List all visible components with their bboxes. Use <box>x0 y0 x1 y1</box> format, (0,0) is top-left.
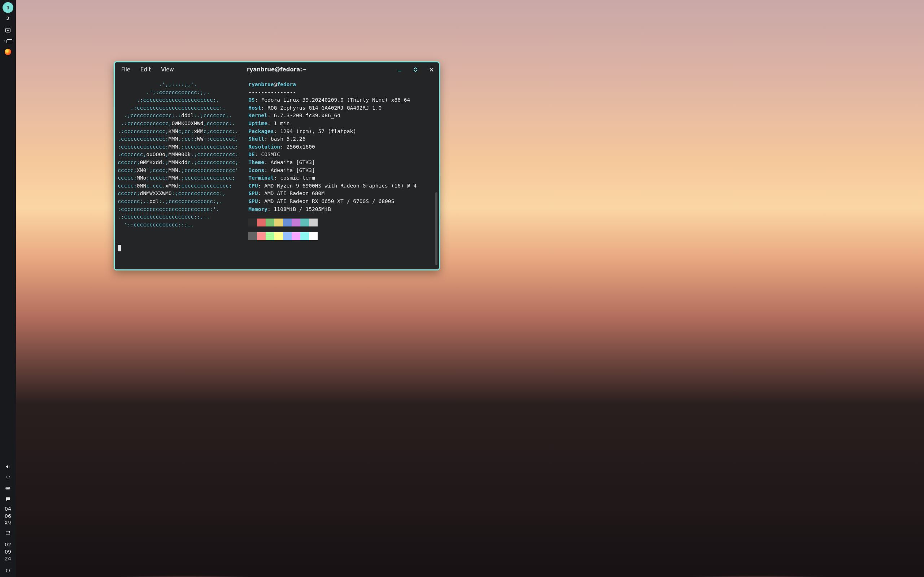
workspace-2[interactable]: 2 <box>3 13 13 24</box>
neofetch-row: Host: ROG Zephyrus G14 GA402RJ_GA402RJ 1… <box>248 104 417 112</box>
menu-file[interactable]: File <box>121 66 130 73</box>
neofetch-row: Memory: 1108MiB / 15205MiB <box>248 205 417 213</box>
neofetch-row: DE: COSMIC <box>248 150 417 158</box>
terminal-scrollbar[interactable] <box>435 192 438 265</box>
neofetch-row: Resolution: 2560x1600 <box>248 143 417 151</box>
date-year: 24 <box>5 555 11 562</box>
clock-hour: 04 <box>4 506 12 513</box>
keyboard-indicator-icon[interactable]: • <box>3 37 12 45</box>
neofetch-color-swatches <box>248 219 417 240</box>
svg-rect-3 <box>6 488 9 489</box>
neofetch-userhost: ryanbrue@fedora <box>248 81 417 89</box>
neofetch-row: OS: Fedora Linux 39.20240209.0 (Thirty N… <box>248 96 417 104</box>
panel-clock[interactable]: 04 06 PM <box>4 506 12 527</box>
battery-icon[interactable] <box>3 484 12 493</box>
date-day: 09 <box>5 548 11 556</box>
menu-view[interactable]: View <box>161 66 174 73</box>
neofetch-row: Uptime: 1 min <box>248 119 417 127</box>
firefox-icon[interactable] <box>3 48 12 56</box>
neofetch-separator: --------------- <box>248 89 417 96</box>
neofetch-row: GPU: AMD ATI Radeon 680M <box>248 189 417 197</box>
clock-minute: 06 <box>4 513 12 520</box>
wifi-icon[interactable] <box>3 473 12 482</box>
power-icon[interactable] <box>3 566 12 575</box>
terminal-titlebar[interactable]: File Edit View ryanbrue@fedora:~ <box>115 62 439 77</box>
date-month: 02 <box>5 541 11 548</box>
neofetch-row: Icons: Adwaita [GTK3] <box>248 166 417 174</box>
svg-point-0 <box>8 479 8 480</box>
panel-date[interactable]: 02 09 24 <box>5 541 11 562</box>
workspace-1[interactable]: 1 <box>3 2 13 13</box>
close-button[interactable] <box>428 66 435 73</box>
neofetch-row: Packages: 1294 (rpm), 57 (flatpak) <box>248 127 417 135</box>
display-orientation-icon[interactable] <box>3 529 12 538</box>
maximize-button[interactable] <box>412 66 419 73</box>
neofetch-row: Terminal: cosmic-term <box>248 174 417 182</box>
terminal-menubar: File Edit View <box>119 66 174 73</box>
neofetch-row: CPU: AMD Ryzen 9 6900HS with Radeon Grap… <box>248 182 417 190</box>
minimize-button[interactable] <box>396 66 403 73</box>
volume-icon[interactable] <box>3 462 12 471</box>
neofetch-row: Shell: bash 5.2.26 <box>248 135 417 143</box>
screenshot-icon[interactable] <box>3 26 12 35</box>
neofetch-row: Theme: Adwaita [GTK3] <box>248 158 417 166</box>
notifications-icon[interactable] <box>3 495 12 503</box>
terminal-cursor <box>118 245 121 251</box>
terminal-window[interactable]: File Edit View ryanbrue@fedora:~ .',;:::… <box>114 61 440 271</box>
clock-ampm: PM <box>4 520 12 527</box>
neofetch-row: GPU: AMD ATI Radeon RX 6650 XT / 6700S /… <box>248 197 417 205</box>
menu-edit[interactable]: Edit <box>141 66 151 73</box>
terminal-body[interactable]: .',;::::;,'. .';:cccccccccccc:;,. .;cccc… <box>115 77 439 269</box>
neofetch-ascii-logo: .',;::::;,'. .';:cccccccccccc:;,. .;cccc… <box>118 81 238 228</box>
neofetch-output: ryanbrue@fedora---------------OS: Fedora… <box>248 81 417 266</box>
panel: 12 • 04 06 PM 02 09 24 <box>0 0 16 577</box>
svg-rect-4 <box>6 532 10 534</box>
neofetch-row: Kernel: 6.7.3-200.fc39.x86_64 <box>248 111 417 119</box>
